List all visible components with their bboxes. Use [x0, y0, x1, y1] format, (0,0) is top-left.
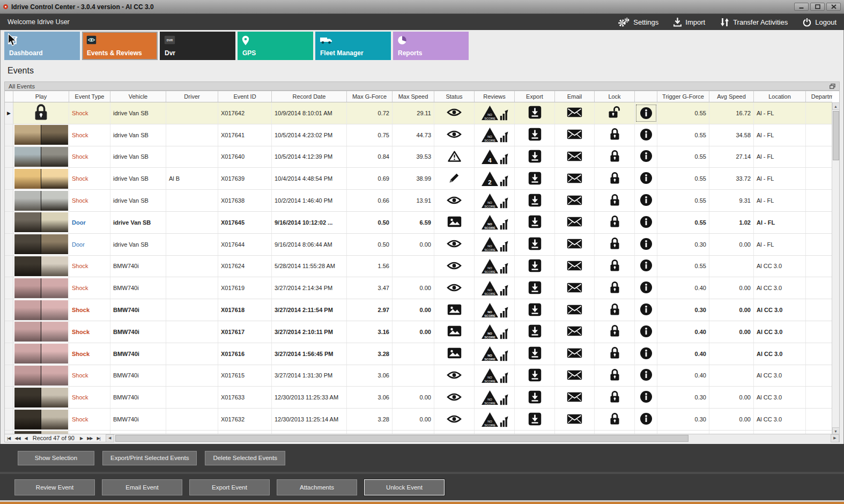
- info-icon[interactable]: [636, 105, 656, 122]
- info-icon[interactable]: [640, 412, 653, 426]
- event-thumbnail[interactable]: [14, 147, 68, 167]
- column-header-date[interactable]: Record Date: [272, 91, 347, 102]
- event-thumbnail[interactable]: [14, 169, 68, 189]
- email-icon[interactable]: [567, 370, 582, 381]
- status-eye-icon[interactable]: [447, 196, 462, 206]
- info-icon[interactable]: [640, 347, 653, 361]
- email-icon[interactable]: [567, 239, 582, 250]
- table-row[interactable]: Shockidrive Van SBAl BX01763910/4/2014 4…: [5, 168, 832, 190]
- lock-icon[interactable]: [609, 368, 620, 383]
- info-icon[interactable]: [640, 194, 653, 207]
- export-icon[interactable]: [528, 368, 542, 383]
- email-event-button[interactable]: Email Event: [102, 479, 182, 495]
- column-header-info[interactable]: [635, 91, 657, 102]
- table-row[interactable]: ShockBMW740iX0176193/27/2014 2:14:34 PM3…: [5, 277, 832, 299]
- scroll-left-button[interactable]: ◀: [106, 434, 114, 442]
- maximize-button[interactable]: [810, 3, 825, 11]
- email-icon[interactable]: [567, 173, 582, 184]
- status-eye-icon[interactable]: [447, 370, 462, 381]
- lock-icon[interactable]: [609, 281, 620, 295]
- lock-icon[interactable]: [609, 150, 620, 164]
- export-icon[interactable]: [528, 106, 542, 120]
- event-thumbnail[interactable]: [14, 366, 68, 386]
- export-icon[interactable]: [528, 237, 542, 251]
- nav-tile-fleet[interactable]: Fleet Manager: [315, 32, 391, 60]
- status-image-icon[interactable]: [447, 325, 462, 338]
- unlock-icon[interactable]: [608, 106, 621, 120]
- event-thumbnail[interactable]: [14, 410, 68, 429]
- email-icon[interactable]: [567, 261, 582, 272]
- status-pencil-icon[interactable]: [448, 172, 460, 185]
- info-icon[interactable]: [640, 238, 653, 251]
- column-header-reviews[interactable]: Reviews: [475, 91, 515, 102]
- info-icon[interactable]: [640, 390, 653, 404]
- email-icon[interactable]: [567, 129, 582, 140]
- pager-prev-record-button[interactable]: ◀: [23, 436, 29, 441]
- status-eye-icon[interactable]: [447, 283, 462, 293]
- event-thumbnail[interactable]: [14, 212, 68, 232]
- nav-tile-gps[interactable]: GPS: [238, 32, 313, 60]
- event-thumbnail[interactable]: [14, 234, 68, 254]
- event-thumbnail[interactable]: [14, 256, 68, 276]
- export-icon[interactable]: [528, 150, 542, 164]
- column-header-dept[interactable]: Department: [806, 91, 832, 102]
- table-row[interactable]: ShockBMW740iX0176245/28/2014 11:55:28 AM…: [5, 256, 832, 278]
- email-icon[interactable]: [567, 414, 582, 425]
- email-icon[interactable]: [567, 392, 582, 403]
- status-eye-icon[interactable]: [447, 130, 462, 140]
- close-button[interactable]: [826, 3, 841, 11]
- info-icon[interactable]: [640, 172, 653, 186]
- email-icon[interactable]: [567, 195, 582, 206]
- status-eye-icon[interactable]: [447, 108, 462, 118]
- info-icon[interactable]: [640, 368, 653, 382]
- status-eye-icon[interactable]: [447, 239, 462, 249]
- column-header-location[interactable]: Location: [754, 91, 806, 102]
- attachments-button[interactable]: Attachments: [277, 479, 357, 495]
- info-icon[interactable]: [640, 259, 653, 273]
- nav-tile-dvr[interactable]: DVRDvr: [160, 32, 235, 60]
- export-print-selected-events-button[interactable]: Export/Print Selected Events: [102, 451, 197, 465]
- status-image-icon[interactable]: [447, 304, 462, 316]
- scroll-right-button[interactable]: ▶: [831, 434, 839, 442]
- column-header-gforce[interactable]: Max G-Force: [347, 91, 393, 102]
- email-icon[interactable]: [567, 151, 582, 162]
- topbar-action-logout[interactable]: Logout: [803, 18, 836, 27]
- review-score-badge[interactable]: NOSCORE: [481, 280, 508, 296]
- pager-first-record-button[interactable]: |◀: [5, 436, 12, 441]
- info-icon[interactable]: [640, 303, 653, 317]
- column-header-lock[interactable]: Lock: [595, 91, 635, 102]
- event-thumbnail[interactable]: [14, 344, 68, 364]
- column-header-speed[interactable]: Max Speed: [393, 91, 434, 102]
- email-icon[interactable]: [567, 283, 582, 294]
- table-row[interactable]: ShockBMW740iX0176183/27/2014 2:11:54 PM2…: [5, 299, 832, 321]
- lock-icon[interactable]: [609, 194, 620, 208]
- review-score-badge[interactable]: NOSCORE: [481, 324, 508, 339]
- column-header-driver[interactable]: Driver: [166, 91, 218, 102]
- review-score-badge[interactable]: NOSCORE: [481, 105, 508, 121]
- lock-icon[interactable]: [609, 412, 620, 427]
- vertical-scrollbar[interactable]: ▲ ▼: [832, 102, 839, 435]
- export-icon[interactable]: [528, 194, 542, 208]
- panel-restore-icon[interactable]: [830, 84, 835, 89]
- lock-icon[interactable]: [609, 346, 620, 361]
- column-header-trigger[interactable]: Trigger G-Force: [657, 91, 709, 102]
- review-score-badge[interactable]: NOSCORE: [481, 368, 508, 383]
- lock-icon[interactable]: [609, 303, 620, 317]
- review-score-badge[interactable]: 4: [481, 149, 508, 165]
- review-score-badge[interactable]: NOSCORE: [481, 214, 508, 230]
- table-row[interactable]: Dooridrive Van SBX0176459/16/2014 10:12:…: [5, 212, 832, 234]
- unlock-event-button[interactable]: Unlock Event: [364, 479, 445, 495]
- info-icon[interactable]: [640, 216, 653, 229]
- info-icon[interactable]: [640, 281, 653, 295]
- horizontal-scroll-thumb[interactable]: [115, 435, 688, 442]
- info-icon[interactable]: [640, 150, 653, 164]
- status-eye-icon[interactable]: [447, 414, 462, 425]
- pager-prev-page-button[interactable]: ◀◀: [12, 436, 22, 441]
- table-row[interactable]: ShockBMW740iX0176163/27/2014 1:56:45 PM3…: [5, 343, 832, 365]
- status-warning-icon[interactable]: [448, 151, 461, 163]
- review-event-button[interactable]: Review Event: [14, 479, 95, 495]
- column-header-vehicle[interactable]: Vehicle: [110, 91, 166, 102]
- review-score-badge[interactable]: 2: [481, 171, 508, 187]
- minimize-button[interactable]: [794, 3, 809, 11]
- show-selection-button[interactable]: Show Selection: [18, 451, 94, 465]
